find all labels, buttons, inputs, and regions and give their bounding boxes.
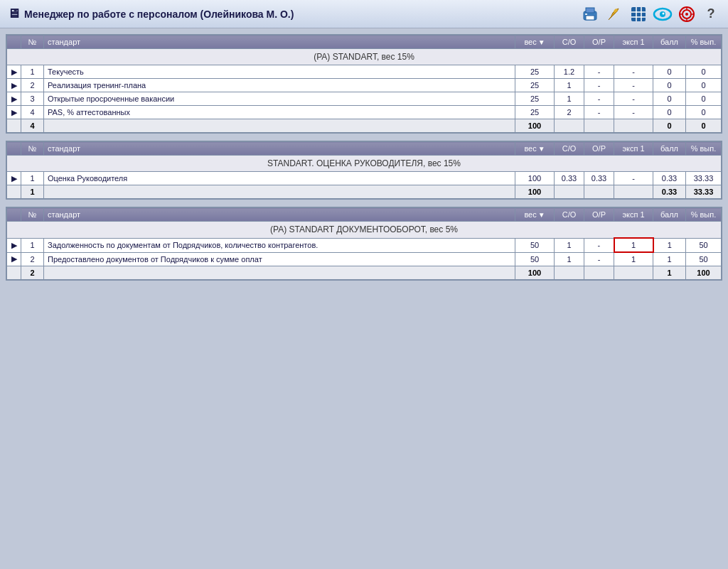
row-no: 1 [21,65,44,79]
row-co: 0.33 [555,172,584,185]
row-ves: 25 [515,65,555,79]
row-arrow[interactable]: ▶ [7,238,21,252]
co-header: С/О [555,142,584,156]
row-op: - [584,106,614,119]
row-standard: PAS, % аттестованных [44,106,515,119]
section-3: № стандарт вес ▼ С/О О/Р эксп 1 балл % в… [6,207,722,281]
co-header: С/О [555,208,584,222]
arrow-col-header [7,36,21,49]
row-no: 3 [21,92,44,106]
no-header: № [21,142,44,156]
table1-header: № стандарт вес ▼ С/О О/Р эксп 1 балл % в… [7,36,722,49]
target-icon[interactable] [677,4,697,24]
brush-icon[interactable] [604,4,624,24]
sum-vyp: 33.33 [686,185,722,199]
row-standard: Предоставлено документов от Подрядчиков … [44,252,515,266]
section3-title: (РА) STANDART ДОКУМЕНТООБОРОТ, вес 5% [7,222,722,239]
sum-op [584,185,614,199]
sum-ball: 1 [653,266,686,280]
row-arrow[interactable]: ▶ [7,65,21,79]
sum-op [584,266,614,280]
op-header: О/Р [584,36,614,49]
row-vyp: 0 [686,92,722,106]
row-ball: 0 [653,92,686,106]
table-row: ▶ 1 Текучесть 25 1.2 - - 0 0 [7,65,722,79]
standard-header: стандарт [44,142,515,156]
table-row: ▶ 3 Открытые просроченные вакансии 25 1 … [7,92,722,106]
table-3: № стандарт вес ▼ С/О О/Р эксп 1 балл % в… [6,207,722,280]
row-standard: Реализация тренинг-плана [44,79,515,92]
row-standard: Открытые просроченные вакансии [44,92,515,106]
row-no: 4 [21,106,44,119]
row-arrow[interactable]: ▶ [7,252,21,266]
vyp-header: % вып. [686,142,722,156]
sum-no: 4 [21,119,44,133]
sort-icon: ▼ [538,211,545,219]
sum-op [584,119,614,133]
eksp-header: эксп 1 [614,142,653,156]
row-op: 0.33 [584,172,614,185]
sum-arrow [7,119,21,133]
table-row: ▶ 1 Оценка Руководителя 100 0.33 0.33 - … [7,172,722,185]
row-co: 2 [555,106,584,119]
section1-title: (РА) STANDART, вес 15% [7,49,722,65]
op-header: О/Р [584,208,614,222]
row-arrow[interactable]: ▶ [7,92,21,106]
sum-eksp [614,266,653,280]
main-content: № стандарт вес ▼ С/О О/Р эксп 1 балл % в… [0,28,728,286]
table-row: ▶ 2 Предоставлено документов от Подрядчи… [7,252,722,266]
section1-title-row: (РА) STANDART, вес 15% [7,49,722,65]
sum-arrow [7,266,21,280]
row-co: 1 [555,79,584,92]
row-op: - [584,65,614,79]
row-eksp: - [614,106,653,119]
row-arrow[interactable]: ▶ [7,106,21,119]
row-arrow[interactable]: ▶ [7,79,21,92]
no-header: № [21,36,44,49]
table3-header: № стандарт вес ▼ С/О О/Р эксп 1 балл % в… [7,208,722,222]
help-icon[interactable]: ? [701,4,721,24]
row-ball: 1 [653,252,686,266]
sum-eksp [614,185,653,199]
sum-co [555,266,584,280]
ball-header: балл [653,36,686,49]
row-ves: 50 [515,238,555,252]
row-ball: 1 [653,238,686,252]
sum-row: 2 100 1 100 [7,266,722,280]
row-ves: 25 [515,92,555,106]
sum-co [555,119,584,133]
row-vyp: 50 [686,252,722,266]
ball-header: балл [653,142,686,156]
svg-rect-1 [586,8,594,13]
eye-icon[interactable] [653,4,673,24]
ball-header: балл [653,208,686,222]
svg-rect-3 [585,13,587,15]
print-icon[interactable] [580,4,600,24]
sum-ball: 0.33 [653,185,686,199]
row-no: 1 [21,238,44,252]
title-bar: 🖥 Менеджер по работе с персоналом (Олейн… [0,0,728,28]
table-row: ▶ 4 PAS, % аттестованных 25 2 - - 0 0 [7,106,722,119]
row-ball: 0 [653,106,686,119]
row-arrow[interactable]: ▶ [7,172,21,185]
row-vyp: 0 [686,106,722,119]
table-2: № стандарт вес ▼ С/О О/Р эксп 1 балл % в… [6,141,722,199]
ves-header: вес ▼ [515,142,555,156]
svg-point-15 [685,13,688,16]
section3-title-row: (РА) STANDART ДОКУМЕНТООБОРОТ, вес 5% [7,222,722,239]
row-eksp: - [614,79,653,92]
row-op: - [584,238,614,252]
no-header: № [21,208,44,222]
grid-icon[interactable] [628,4,648,24]
section-1: № стандарт вес ▼ С/О О/Р эксп 1 балл % в… [6,34,722,134]
sort-icon: ▼ [538,38,545,46]
svg-rect-2 [586,16,594,20]
app-icon: 🖥 [7,6,20,21]
row-co: 1 [555,92,584,106]
row-eksp-highlighted[interactable]: 1 [614,238,653,252]
row-ball: 0 [653,79,686,92]
row-eksp: 1 [614,252,653,266]
row-ves: 100 [515,172,555,185]
row-standard: Оценка Руководителя [44,172,515,185]
row-vyp: 33.33 [686,172,722,185]
